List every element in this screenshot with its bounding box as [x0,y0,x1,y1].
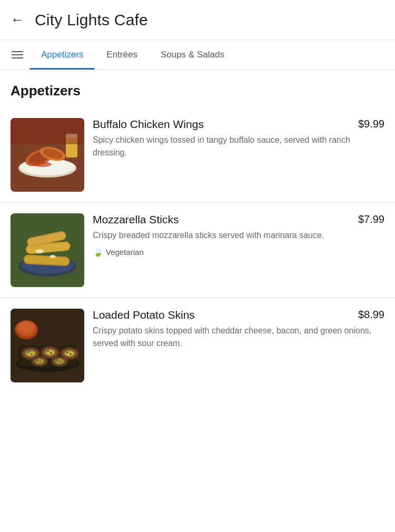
tab-bar: Appetizers Entrées Soups & Salads [0,40,395,70]
menu-item-loaded-potato-skins: Loaded Potato Skins $8.99 Crispy potato … [0,298,395,393]
item-image-mozzarella [11,213,84,287]
page-title: City Lights Cafe [35,11,148,29]
menu-item-buffalo-chicken-wings: Buffalo Chicken Wings $9.99 Spicy chicke… [0,107,395,203]
item-name: Mozzarella Sticks [93,213,354,226]
tab-appetizers[interactable]: Appetizers [29,40,95,70]
menu-line-2 [12,54,23,55]
svg-point-54 [55,359,64,364]
svg-point-56 [60,361,62,363]
vegetarian-label: Vegetarian [106,248,144,257]
svg-point-39 [47,350,49,352]
svg-point-49 [35,359,44,364]
item-name: Loaded Potato Skins [93,309,354,321]
svg-point-45 [66,351,68,353]
back-button[interactable]: ← [8,9,26,30]
vegetarian-badge: 🍃 Vegetarian [93,247,384,257]
item-image-potato [11,309,84,382]
svg-point-23 [50,255,56,258]
item-details-potato: Loaded Potato Skins $8.99 Crispy potato … [93,309,384,350]
menu-line-3 [12,57,23,58]
menu-icon-button[interactable] [5,42,29,68]
item-price: $8.99 [358,309,384,321]
item-description: Spicy chicken wings tossed in tangy buff… [93,134,384,159]
header: ← City Lights Cafe [0,0,395,40]
svg-point-50 [36,359,38,361]
item-name-row: Mozzarella Sticks $7.99 [93,213,384,226]
item-price: $7.99 [358,213,384,225]
item-details-buffalo: Buffalo Chicken Wings $9.99 Spicy chicke… [93,118,384,159]
item-name-row: Buffalo Chicken Wings $9.99 [93,118,384,131]
menu-line-1 [12,51,23,52]
svg-point-40 [50,352,52,354]
svg-point-10 [33,162,52,167]
item-name: Buffalo Chicken Wings [93,118,354,131]
item-details-mozzarella: Mozzarella Sticks $7.99 Crispy breaded m… [93,213,384,257]
svg-point-33 [31,353,33,355]
item-description: Crispy potato skins topped with cheddar … [93,324,384,350]
item-name-row: Loaded Potato Skins $8.99 [93,309,384,321]
item-image-buffalo [11,118,84,192]
tab-soups-salads[interactable]: Soups & Salads [149,40,236,70]
svg-point-34 [29,351,31,352]
tab-entrees[interactable]: Entrées [95,40,149,70]
svg-rect-11 [11,118,84,144]
svg-point-55 [56,359,58,361]
menu-item-mozzarella-sticks: Mozzarella Sticks $7.99 Crispy breaded m… [0,203,395,298]
svg-point-32 [27,351,29,353]
svg-point-46 [70,353,72,355]
leaf-icon: 🍃 [93,247,103,257]
section-title: Appetizers [0,70,395,107]
item-description: Crispy breaded mozzarella sticks served … [93,229,384,242]
back-icon: ← [11,12,24,28]
item-price: $9.99 [358,118,384,130]
svg-point-22 [35,249,44,253]
svg-point-51 [40,361,42,363]
svg-point-59 [18,322,34,333]
menu-list: Buffalo Chicken Wings $9.99 Spicy chicke… [0,107,395,393]
